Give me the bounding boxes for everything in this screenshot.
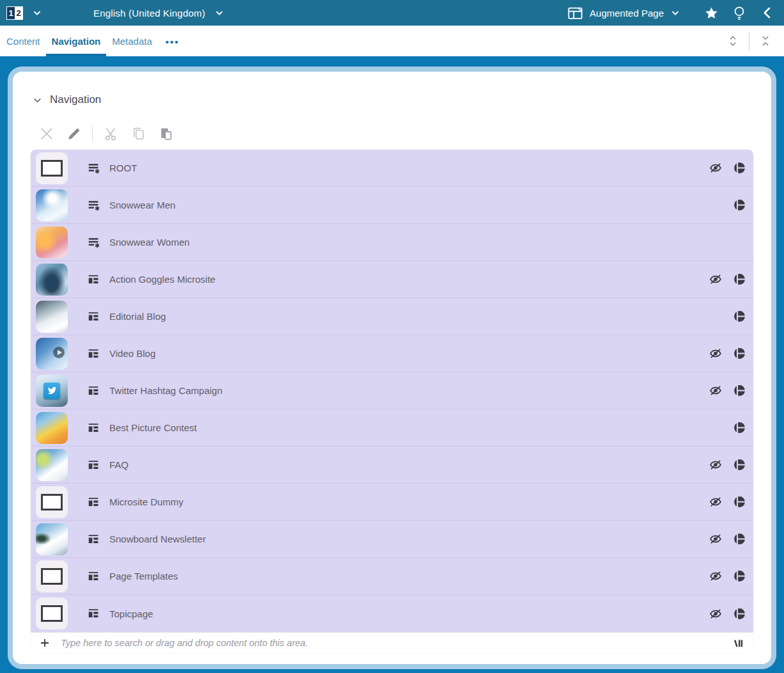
- variants-globe-icon: [732, 383, 747, 399]
- page-layout-icon: [86, 569, 102, 583]
- composer-row[interactable]: [31, 632, 753, 653]
- row-status-icons: [708, 606, 753, 621]
- nav-list: ROOT Snowwear Men Snowwear Women: [31, 150, 753, 632]
- hidden-eye-slash-icon: [708, 532, 723, 547]
- content-library-icon[interactable]: [729, 635, 747, 651]
- hidden-eye-slash-icon: [708, 606, 723, 621]
- variants-globe-icon: [732, 272, 747, 287]
- row-status-icons: [708, 346, 753, 361]
- row-status-icons: [732, 309, 753, 324]
- nav-item-label: Topicpage: [109, 608, 153, 619]
- row-status-icons: [708, 569, 753, 584]
- nav-item-row[interactable]: Page Templates: [31, 558, 753, 595]
- version-dropdown-chevron-icon[interactable]: [32, 8, 42, 18]
- lightbulb-icon[interactable]: [725, 0, 753, 26]
- section-title: Navigation: [50, 93, 101, 106]
- page-thumbnail: [36, 375, 68, 407]
- page-layout-icon: [86, 310, 102, 324]
- page-layout-icon: [86, 458, 102, 472]
- tab-metadata[interactable]: Metadata: [106, 26, 158, 56]
- nav-item-row[interactable]: Snowwear Men: [31, 187, 753, 224]
- tabs-container: ContentNavigationMetadata: [0, 26, 158, 56]
- nav-item-label: Video Blog: [109, 348, 155, 359]
- page-layout-icon: [86, 532, 102, 546]
- page-layout-icon: [86, 606, 102, 621]
- favorite-star-icon[interactable]: [697, 0, 725, 26]
- language-selector[interactable]: English (United Kingdom): [93, 8, 224, 19]
- play-button-icon: [53, 347, 65, 358]
- version-badge[interactable]: 1 2: [6, 6, 23, 20]
- image-placeholder-icon: [41, 494, 63, 511]
- page-layout-icon: [86, 495, 102, 509]
- page-thumbnail: [36, 523, 68, 555]
- nav-item-label: Microsite Dummy: [109, 496, 184, 507]
- page-thumbnail: [36, 486, 68, 518]
- variants-globe-icon: [732, 532, 747, 547]
- image-placeholder-icon: [41, 605, 63, 622]
- image-placeholder-icon: [41, 568, 63, 585]
- tab-content[interactable]: Content: [1, 26, 46, 56]
- nav-item-label: Snowwear Women: [109, 237, 190, 248]
- nav-item-row[interactable]: Topicpage: [31, 595, 753, 632]
- nav-item-row[interactable]: ROOT: [31, 150, 753, 187]
- language-label: English (United Kingdom): [93, 8, 205, 19]
- row-status-icons: [708, 495, 753, 510]
- version-badge-right: 2: [15, 7, 22, 19]
- section-chevron-down-icon: [32, 95, 43, 106]
- hidden-eye-slash-icon: [708, 272, 723, 287]
- variants-globe-icon: [732, 346, 747, 361]
- cut-scissors-icon[interactable]: [100, 124, 122, 143]
- search-or-drop-input[interactable]: [61, 638, 729, 648]
- list-asterisk-icon: [86, 161, 102, 175]
- page-thumbnail: [36, 560, 68, 592]
- image-placeholder-icon: [41, 160, 63, 177]
- back-chevron-icon[interactable]: [753, 0, 781, 26]
- nav-item-label: FAQ: [109, 459, 129, 470]
- nav-item-label: Action Goggles Microsite: [109, 274, 216, 285]
- nav-item-row[interactable]: Microsite Dummy: [31, 484, 753, 521]
- add-plus-icon[interactable]: [36, 635, 53, 651]
- variants-globe-icon: [732, 420, 747, 436]
- collapse-vertical-icon[interactable]: [752, 28, 779, 54]
- more-tabs-ellipsis-icon[interactable]: •••: [158, 26, 187, 56]
- page-layout-icon: [86, 273, 102, 287]
- page-thumbnail: [36, 264, 68, 296]
- nav-item-row[interactable]: Twitter Hashtag Campaign: [31, 372, 753, 409]
- nav-item-label: Best Picture Contest: [109, 422, 197, 433]
- page-layout-icon: [86, 384, 102, 398]
- nav-item-label: Snowboard Newsletter: [109, 534, 206, 544]
- section-header-navigation[interactable]: Navigation: [32, 93, 753, 106]
- variants-globe-icon: [732, 569, 747, 584]
- nav-item-row[interactable]: Snowwear Women: [31, 224, 753, 261]
- nav-list-wrap: ROOT Snowwear Men Snowwear Women: [31, 150, 753, 653]
- nav-item-row[interactable]: Video Blog: [31, 335, 753, 372]
- expand-vertical-icon[interactable]: [719, 28, 746, 54]
- nav-item-row[interactable]: Best Picture Contest: [31, 409, 753, 447]
- hidden-eye-slash-icon: [708, 457, 723, 473]
- nav-item-row[interactable]: Editorial Blog: [31, 298, 753, 335]
- variants-globe-icon: [732, 309, 747, 324]
- navigation-panel-card: Navigation ROOT Snowwear Men: [13, 72, 771, 664]
- page-thumbnail: [36, 152, 68, 184]
- list-asterisk-icon: [86, 235, 102, 249]
- copy-icon[interactable]: [128, 124, 149, 143]
- delete-x-icon[interactable]: [36, 124, 57, 143]
- nav-item-row[interactable]: Action Goggles Microsite: [31, 261, 753, 298]
- edit-pencil-icon[interactable]: [63, 124, 84, 143]
- page-thumbnail: [36, 598, 68, 629]
- hidden-eye-slash-icon: [708, 161, 723, 176]
- page-type-selector[interactable]: Augmented Page: [568, 6, 680, 20]
- variants-globe-icon: [732, 161, 747, 176]
- nav-item-row[interactable]: FAQ: [31, 447, 753, 484]
- nav-item-label: Page Templates: [109, 571, 178, 582]
- tab-navigation[interactable]: Navigation: [46, 26, 107, 56]
- nav-item-row[interactable]: Snowboard Newsletter: [31, 521, 753, 558]
- row-status-icons: [708, 161, 753, 176]
- variants-globe-icon: [732, 495, 747, 510]
- chevron-down-icon: [214, 8, 224, 18]
- page-layout-icon: [86, 421, 102, 435]
- paste-icon[interactable]: [155, 124, 176, 143]
- row-status-icons: [708, 532, 753, 547]
- nav-item-label: ROOT: [109, 162, 137, 173]
- row-status-icons: [708, 457, 753, 473]
